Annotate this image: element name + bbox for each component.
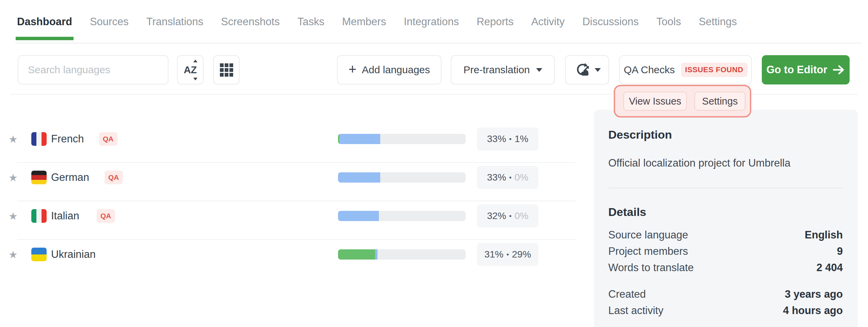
- go-to-editor-button[interactable]: Go to Editor: [762, 55, 850, 84]
- language-name[interactable]: Italian: [51, 210, 79, 222]
- favorite-star-icon[interactable]: ★: [9, 172, 18, 184]
- chevron-down-icon: [595, 68, 601, 72]
- translated-progress-segment: [375, 249, 378, 260]
- language-name[interactable]: French: [51, 133, 84, 145]
- plus-icon: +: [349, 62, 356, 76]
- favorite-star-icon[interactable]: ★: [9, 210, 18, 222]
- arrow-right-icon: [832, 65, 845, 75]
- add-languages-label: Add languages: [362, 64, 430, 76]
- progress-label: 32% • 0%: [477, 204, 539, 228]
- detail-row-source-language: Source language English: [608, 227, 843, 243]
- issues-found-badge: ISSUES FOUND: [681, 63, 748, 77]
- translated-progress-segment: [338, 211, 379, 221]
- detail-row-last-activity: Last activity 4 hours ago: [608, 302, 843, 319]
- france-flag-icon: [31, 132, 47, 146]
- language-name[interactable]: German: [51, 171, 89, 184]
- progress-bar: [338, 211, 466, 221]
- add-languages-button[interactable]: + Add languages: [337, 55, 441, 84]
- sort-alphabetical-button[interactable]: AZ: [177, 55, 204, 84]
- language-row-german[interactable]: ★ German QA 33% • 0%: [0, 159, 575, 196]
- details-title: Details: [608, 205, 843, 219]
- qa-badge[interactable]: QA: [97, 209, 115, 223]
- progress-bar: [338, 249, 466, 260]
- project-details-panel: Description Official localization projec…: [594, 110, 858, 327]
- search-input[interactable]: [18, 55, 168, 84]
- grid-icon: [220, 63, 233, 77]
- qa-checks-label: QA Checks: [624, 64, 675, 76]
- activity-group: Created 3 years ago Last activity 4 hour…: [608, 286, 843, 319]
- separator-dot: •: [509, 212, 512, 220]
- progress-bar: [338, 172, 466, 183]
- italy-flag-icon: [31, 209, 47, 223]
- detail-row-words-to-translate: Words to translate 2 404: [608, 260, 843, 276]
- tab-tasks[interactable]: Tasks: [298, 16, 324, 28]
- pre-translation-label: Pre-translation: [463, 64, 530, 76]
- qa-badge[interactable]: QA: [99, 132, 117, 146]
- progress-label: 33% • 1%: [477, 127, 539, 151]
- project-dashboard: Dashboard Sources Translations Screensho…: [0, 0, 868, 327]
- progress-label: 33% • 0%: [477, 166, 539, 189]
- tab-tools[interactable]: Tools: [656, 16, 681, 28]
- tab-dashboard[interactable]: Dashboard: [17, 16, 72, 28]
- tab-translations[interactable]: Translations: [146, 16, 204, 28]
- tab-settings[interactable]: Settings: [699, 16, 737, 28]
- tab-activity[interactable]: Activity: [531, 16, 565, 28]
- tab-integrations[interactable]: Integrations: [404, 16, 459, 28]
- germany-flag-icon: [31, 171, 47, 184]
- separator-dot: •: [509, 174, 512, 182]
- approved-progress-segment: [338, 249, 375, 260]
- qa-checks-button[interactable]: QA Checks ISSUES FOUND: [619, 55, 752, 84]
- qa-settings-button[interactable]: Settings: [694, 92, 745, 111]
- view-issues-button[interactable]: View Issues: [623, 92, 687, 111]
- description-text: Official localization project for Umbrel…: [608, 157, 843, 169]
- favorite-star-icon[interactable]: ★: [9, 249, 18, 261]
- project-nav: Dashboard Sources Translations Screensho…: [17, 0, 737, 43]
- separator-dot: •: [507, 251, 509, 259]
- ukraine-flag-icon: [31, 248, 47, 261]
- pre-translation-dropdown[interactable]: Pre-translation: [451, 55, 555, 84]
- cloud-sync-icon: [574, 63, 590, 77]
- grid-view-button[interactable]: [213, 55, 240, 84]
- translated-progress-segment: [338, 172, 380, 183]
- tab-reports[interactable]: Reports: [477, 16, 514, 28]
- language-row-french[interactable]: ★ French QA 33% • 1%: [0, 120, 575, 158]
- favorite-star-icon[interactable]: ★: [9, 133, 18, 145]
- cloud-sync-dropdown[interactable]: [565, 55, 609, 84]
- language-row-ukrainian[interactable]: ★ Ukrainian 31% • 29%: [0, 236, 575, 273]
- progress-bar: [338, 134, 466, 144]
- search-languages-field: [18, 55, 168, 84]
- detail-row-created: Created 3 years ago: [608, 286, 843, 302]
- qa-checks-popup: View Issues Settings: [614, 85, 751, 118]
- description-title: Description: [608, 128, 843, 141]
- tab-sources[interactable]: Sources: [90, 16, 129, 28]
- tab-screenshots[interactable]: Screenshots: [221, 16, 279, 28]
- panel-divider: [608, 188, 843, 188]
- chevron-down-icon: [536, 68, 542, 72]
- tab-members[interactable]: Members: [342, 16, 386, 28]
- translated-progress-segment: [339, 134, 380, 144]
- go-to-editor-label: Go to Editor: [766, 64, 827, 76]
- sort-alpha-icon: AZ: [184, 64, 197, 76]
- separator-dot: •: [509, 135, 512, 143]
- detail-row-project-members: Project members 9: [608, 243, 843, 260]
- language-name[interactable]: Ukrainian: [51, 248, 96, 261]
- progress-label: 31% • 29%: [477, 243, 539, 266]
- language-row-italian[interactable]: ★ Italian QA 32% • 0%: [0, 197, 575, 235]
- qa-badge[interactable]: QA: [105, 171, 123, 184]
- tab-discussions[interactable]: Discussions: [582, 16, 639, 28]
